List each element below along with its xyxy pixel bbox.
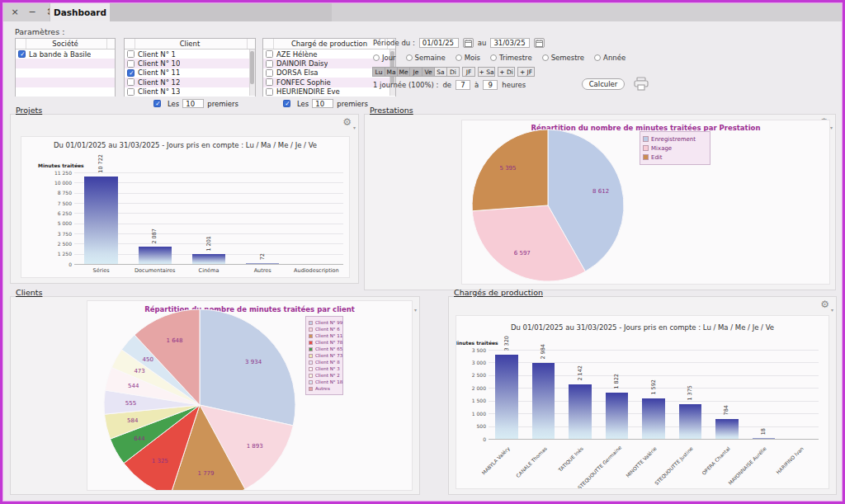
radio-label: Jour [382, 54, 396, 62]
hour-to-input[interactable]: 9 [483, 80, 498, 90]
legend-item: Client N° 18 [309, 379, 340, 385]
list-item-label: Client N° 1 [138, 50, 176, 59]
bar [84, 177, 117, 264]
day-toggle-lu[interactable]: Lu [372, 67, 385, 77]
radio-semestre[interactable]: Semestre [542, 54, 584, 62]
legend-swatch [309, 367, 313, 371]
list-item[interactable]: Client N° 11 [125, 68, 255, 78]
checkbox[interactable] [266, 78, 273, 86]
radio-semaine[interactable]: Semaine [406, 54, 446, 62]
radio-jour[interactable]: Jour [373, 54, 396, 62]
panel-charges-de-production: Chargés de production ⚙ ▾ Du 01/01/2025 … [448, 296, 837, 495]
date-from-input[interactable]: 01/01/25 [419, 38, 459, 48]
app-body: × − ↕ Dashboard Paramètres : SociétéLa b… [2, 2, 843, 502]
day-toggle-di[interactable]: Di [446, 67, 460, 77]
day-toggle-je[interactable]: Je [409, 67, 422, 77]
y-tick-label: 500 [463, 423, 486, 429]
y-tick-label: 2 500 [463, 372, 486, 378]
bar [606, 393, 629, 439]
legend-swatch [309, 327, 313, 332]
day-toggle-jf[interactable]: JF [462, 67, 475, 77]
y-tick-label: 1 000 [463, 411, 486, 417]
list-header[interactable]: Société [16, 39, 115, 49]
list-item[interactable] [16, 78, 115, 87]
category-label: MINOTTE Valérie [613, 445, 658, 489]
checkbox[interactable] [266, 88, 273, 96]
bar-value-label: 784 [723, 405, 729, 415]
legend-label: Client N° 73 [315, 353, 342, 358]
calendar-icon[interactable] [534, 38, 545, 48]
pie-value-label: 644 [134, 436, 145, 442]
legend-label: Client N° 18 [315, 379, 342, 384]
charge-top-filter: Les 10 premiers [283, 99, 368, 108]
radio-circle-icon [456, 54, 462, 61]
checkbox[interactable] [127, 69, 135, 77]
list-item[interactable] [16, 87, 115, 97]
checkbox[interactable] [127, 88, 135, 96]
list-item[interactable] [16, 59, 115, 68]
printer-icon[interactable] [633, 77, 649, 91]
category-label: Audiodescription [290, 267, 343, 274]
de-label: de [442, 81, 451, 89]
list-item[interactable]: Client N° 10 [125, 59, 255, 68]
checkbox[interactable] [127, 60, 135, 68]
scrollbar[interactable] [249, 49, 255, 96]
legend-label: Client N° 99 [315, 320, 342, 325]
list-item[interactable]: La bande à Basile [16, 49, 115, 59]
les-premiers-checkbox[interactable] [153, 100, 161, 107]
day-toggle-sa[interactable]: + Sa [478, 67, 495, 77]
top-count-input[interactable]: 10 [312, 99, 333, 108]
checkbox[interactable] [127, 50, 135, 58]
legend-label: Mixage [651, 145, 672, 152]
y-tick-label: 6 250 [49, 210, 72, 216]
scrollbar-thumb[interactable] [250, 51, 254, 84]
pie-value-label: 1 648 [166, 337, 182, 344]
bar-value-label: 1 375 [687, 385, 693, 401]
list-item[interactable] [16, 68, 115, 78]
day-toggle-sa[interactable]: Sa [434, 67, 447, 77]
day-toggle-ve[interactable]: Ve [422, 67, 435, 77]
list-item[interactable]: Client N° 1 [125, 49, 255, 59]
legend-label: Autres [315, 386, 330, 391]
les-premiers-checkbox[interactable] [283, 100, 290, 107]
date-to-input[interactable]: 31/03/25 [490, 38, 530, 48]
checkbox[interactable] [266, 69, 273, 77]
societe-list[interactable]: SociétéLa bande à Basile [15, 38, 116, 97]
au-label: au [478, 39, 487, 47]
pie-chart: Répartition du nombre de minutes traitée… [87, 300, 413, 491]
chevron-down-icon: ▾ [831, 307, 833, 313]
legend-item: Mixage [643, 144, 707, 153]
checkbox[interactable] [127, 78, 135, 86]
legend-label: Client N° 11 [315, 333, 342, 338]
bar-value-label: 3 320 [503, 336, 510, 351]
day-toggle-di[interactable]: + Di [498, 67, 515, 77]
day-toggle-jf[interactable]: + JF [517, 67, 535, 77]
legend: EnregistrementMixageEdit [640, 131, 710, 165]
hour-from-input[interactable]: 7 [456, 80, 470, 90]
tab-dashboard[interactable]: Dashboard [50, 3, 110, 21]
minimize-icon[interactable]: − [25, 3, 40, 21]
client-list[interactable]: ClientClient N° 1Client N° 10Client N° 1… [124, 38, 256, 97]
radio-mois[interactable]: Mois [456, 54, 480, 62]
checkbox[interactable] [18, 50, 26, 58]
calculer-button[interactable]: Calculer [582, 78, 625, 90]
radio-année[interactable]: Année [594, 54, 625, 62]
gear-icon[interactable]: ⚙ [342, 116, 352, 128]
day-toggle-ma[interactable]: Ma [385, 67, 398, 77]
list-item[interactable]: Client N° 12 [125, 78, 255, 87]
top-count-input[interactable]: 10 [182, 99, 204, 108]
calendar-icon[interactable] [463, 38, 474, 48]
journee-row: 1 journée (100%) : de 7 à 9 heures [373, 80, 526, 90]
legend-swatch [309, 347, 313, 351]
list-item[interactable]: Client N° 13 [125, 87, 255, 97]
les-label: Les [168, 100, 179, 108]
checkbox[interactable] [266, 60, 273, 68]
checkbox[interactable] [266, 50, 273, 58]
list-item-label: AZE Hélène [276, 50, 318, 59]
radio-trimestre[interactable]: Trimestre [490, 54, 532, 62]
y-tick-label: 0 [49, 261, 72, 267]
close-icon[interactable]: × [7, 3, 22, 21]
day-toggle-me[interactable]: Me [397, 67, 410, 77]
list-header[interactable]: Client [125, 39, 255, 49]
gear-icon[interactable]: ⚙ [820, 299, 829, 310]
